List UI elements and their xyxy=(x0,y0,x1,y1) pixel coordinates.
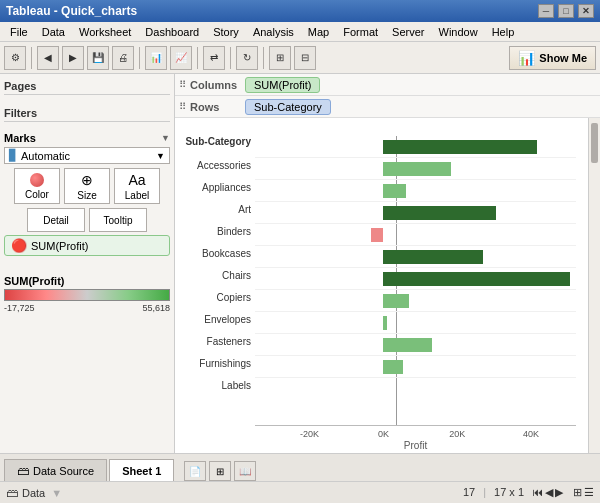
menu-window[interactable]: Window xyxy=(433,25,484,39)
bar-row-art[interactable] xyxy=(255,180,576,202)
window-controls: ─ □ ✕ xyxy=(538,4,594,18)
bar-row-furnishings[interactable] xyxy=(255,334,576,356)
show-me-chart-icon: 📊 xyxy=(518,50,535,66)
menu-dashboard[interactable]: Dashboard xyxy=(139,25,205,39)
view-list-icon[interactable]: ☰ xyxy=(584,486,594,499)
x-tick-20k: 20K xyxy=(449,429,465,439)
columns-pill[interactable]: SUM(Profit) xyxy=(245,77,320,93)
chart-scrollbar[interactable] xyxy=(588,118,600,453)
new-worksheet-button[interactable]: 📄 xyxy=(184,461,206,481)
toolbar-newds-btn[interactable]: 📊 xyxy=(145,46,167,70)
rows-icon: ⠿ xyxy=(179,101,186,112)
view-grid-icon[interactable]: ⊞ xyxy=(573,486,582,499)
rows-shelf: ⠿ Rows Sub-Category xyxy=(175,96,600,118)
toolbar-save-btn[interactable]: 💾 xyxy=(87,46,109,70)
color-label: Color xyxy=(25,189,49,200)
filters-section: Filters xyxy=(4,105,170,126)
label-accessories: Accessories xyxy=(175,154,251,176)
new-dashboard-button[interactable]: ⊞ xyxy=(209,461,231,481)
menu-story[interactable]: Story xyxy=(207,25,245,39)
dropdown-arrow-icon: ▼ xyxy=(156,151,165,161)
filters-label: Filters xyxy=(4,105,170,122)
size-button[interactable]: ⊕ Size xyxy=(64,168,110,204)
toolbar-forward-btn[interactable]: ▶ xyxy=(62,46,84,70)
marks-chart-icon: ▊ xyxy=(9,149,17,162)
status-sheet-icon: 🗃 xyxy=(6,486,18,500)
status-bar: 🗃 Data ▼ 17 | 17 x 1 ⏮ ◀ ▶ ⊞ ☰ xyxy=(0,481,600,503)
label-button[interactable]: Aa Label xyxy=(114,168,160,204)
nav-next-icon[interactable]: ▶ xyxy=(555,486,563,499)
toolbar-refresh-btn[interactable]: ↻ xyxy=(236,46,258,70)
toolbar-sep-3 xyxy=(197,47,198,69)
bar-row-appliances[interactable] xyxy=(255,158,576,180)
toolbar-swap-btn[interactable]: ⇄ xyxy=(203,46,225,70)
menu-format[interactable]: Format xyxy=(337,25,384,39)
status-right: 17 | 17 x 1 ⏮ ◀ ▶ ⊞ ☰ xyxy=(463,486,594,499)
nav-first-icon[interactable]: ⏮ xyxy=(532,486,543,499)
toolbar-sep-4 xyxy=(230,47,231,69)
marks-header: Marks ▼ xyxy=(4,132,170,144)
columns-shelf: ⠿ Columns SUM(Profit) xyxy=(175,74,600,96)
show-me-button[interactable]: 📊 Show Me xyxy=(509,46,596,70)
pages-section: Pages xyxy=(4,78,170,99)
right-panel: ⠿ Columns SUM(Profit) ⠿ Rows Sub-Categor… xyxy=(175,74,600,453)
sum-profit-label: SUM(Profit) xyxy=(31,240,88,252)
label-chairs: Chairs xyxy=(175,264,251,286)
tooltip-label: Tooltip xyxy=(104,215,133,226)
menu-help[interactable]: Help xyxy=(486,25,521,39)
bar-row-envelopes[interactable] xyxy=(255,290,576,312)
x-tick-0k: 0K xyxy=(378,429,389,439)
marks-label: Marks xyxy=(4,132,36,144)
marks-dropdown[interactable]: ▊ Automatic ▼ xyxy=(4,147,170,164)
bar-row-bookcases[interactable] xyxy=(255,224,576,246)
bar-row-binders[interactable] xyxy=(255,202,576,224)
menu-analysis[interactable]: Analysis xyxy=(247,25,300,39)
bar-row-chairs[interactable] xyxy=(255,246,576,268)
label-art: Art xyxy=(175,198,251,220)
label-envelopes: Envelopes xyxy=(175,308,251,330)
toolbar-print-btn[interactable]: 🖨 xyxy=(112,46,134,70)
nav-prev-icon[interactable]: ◀ xyxy=(545,486,553,499)
tab-sheet1[interactable]: Sheet 1 xyxy=(109,459,174,481)
toolbar-fit-btn[interactable]: ⊞ xyxy=(269,46,291,70)
scale-max: 55,618 xyxy=(142,303,170,313)
bar-row-labels[interactable] xyxy=(255,356,576,378)
toolbar: ⚙ ◀ ▶ 💾 🖨 📊 📈 ⇄ ↻ ⊞ ⊟ 📊 Show Me xyxy=(0,42,600,74)
toolbar-fit2-btn[interactable]: ⊟ xyxy=(294,46,316,70)
menu-map[interactable]: Map xyxy=(302,25,335,39)
x-axis: -20K 0K 20K 40K Profit xyxy=(255,425,576,453)
label-icon: Aa xyxy=(128,172,145,188)
toolbar-customize-btn[interactable]: ⚙ xyxy=(4,46,26,70)
menu-worksheet[interactable]: Worksheet xyxy=(73,25,137,39)
menu-file[interactable]: File xyxy=(4,25,34,39)
minimize-button[interactable]: ─ xyxy=(538,4,554,18)
color-button[interactable]: Color xyxy=(14,168,60,204)
label-bookcases: Bookcases xyxy=(175,242,251,264)
status-datasource-label: Data xyxy=(22,487,45,499)
menu-server[interactable]: Server xyxy=(386,25,430,39)
rows-pill[interactable]: Sub-Category xyxy=(245,99,331,115)
bar-row-fasteners[interactable] xyxy=(255,312,576,334)
size-label: Size xyxy=(77,190,96,201)
sum-profit-pill[interactable]: 🔴 SUM(Profit) xyxy=(4,235,170,256)
close-button[interactable]: ✕ xyxy=(578,4,594,18)
toolbar-chart2-btn[interactable]: 📈 xyxy=(170,46,192,70)
x-axis-label: Profit xyxy=(255,440,576,451)
menu-bar: File Data Worksheet Dashboard Story Anal… xyxy=(0,22,600,42)
label-label: Label xyxy=(125,190,149,201)
bar-row-copiers[interactable] xyxy=(255,268,576,290)
bar-row-accessories[interactable] xyxy=(255,136,576,158)
detail-button[interactable]: Detail xyxy=(27,208,85,232)
size-icon: ⊕ xyxy=(81,172,93,188)
toolbar-back-btn[interactable]: ◀ xyxy=(37,46,59,70)
new-story-button[interactable]: 📖 xyxy=(234,461,256,481)
color-scale xyxy=(4,289,170,301)
window-title: Tableau - Quick_charts xyxy=(6,4,137,18)
status-left: 🗃 Data ▼ xyxy=(6,486,64,500)
left-panel: Pages Filters Marks ▼ ▊ Automatic ▼ Colo… xyxy=(0,74,175,453)
scrollbar-thumb[interactable] xyxy=(591,123,598,163)
restore-button[interactable]: □ xyxy=(558,4,574,18)
tab-datasource[interactable]: 🗃 Data Source xyxy=(4,459,107,481)
menu-data[interactable]: Data xyxy=(36,25,71,39)
tooltip-button[interactable]: Tooltip xyxy=(89,208,147,232)
